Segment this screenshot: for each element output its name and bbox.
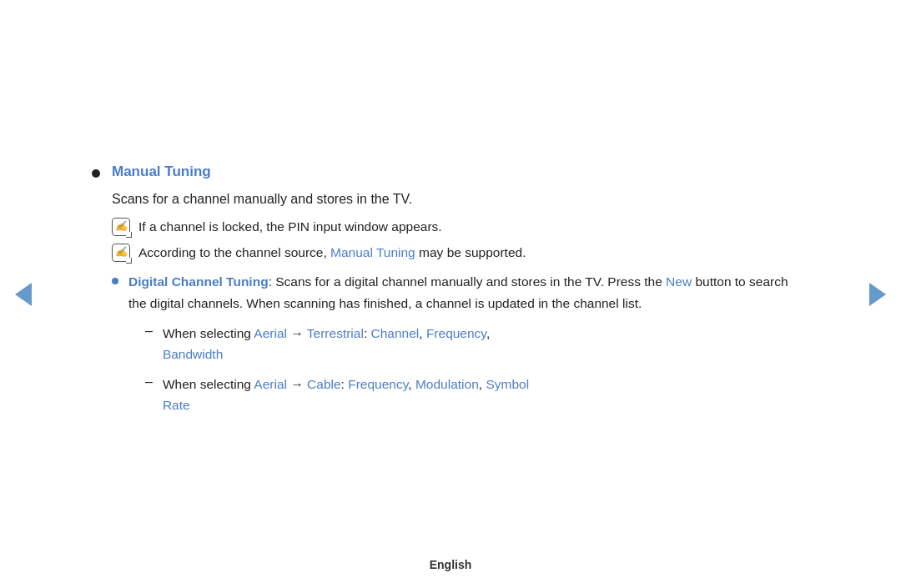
digital-channel-bullet: Digital Channel Tuning: Scans for a digi… xyxy=(112,271,809,314)
footer-language: English xyxy=(430,558,472,571)
dash-mark-2: – xyxy=(145,374,153,389)
note-icon-2: ✍ xyxy=(112,244,130,262)
channel-label: Channel xyxy=(371,326,420,340)
sub-bullet-dot xyxy=(112,278,118,284)
manual-tuning-link: Manual Tuning xyxy=(330,245,415,259)
frequency-label-2: Frequency xyxy=(348,377,408,391)
digital-channel-description: Digital Channel Tuning: Scans for a digi… xyxy=(128,271,809,314)
dash-text-cable: When selecting Aerial → Cable: Frequency… xyxy=(163,374,529,416)
dash-item-terrestrial: – When selecting Aerial → Terrestrial: C… xyxy=(145,323,809,365)
frequency-label-1: Frequency xyxy=(426,326,486,340)
nav-arrow-right[interactable] xyxy=(869,283,886,306)
terrestrial-label: Terrestrial xyxy=(307,326,364,340)
dash-text-terrestrial: When selecting Aerial → Terrestrial: Cha… xyxy=(163,323,490,365)
dash-list: – When selecting Aerial → Terrestrial: C… xyxy=(145,323,809,416)
note-text-1: If a channel is locked, the PIN input wi… xyxy=(138,217,442,238)
note-item-1: ✍ If a channel is locked, the PIN input … xyxy=(112,217,809,238)
dash-mark-1: – xyxy=(145,324,153,339)
sub-section: Digital Channel Tuning: Scans for a digi… xyxy=(112,271,809,415)
new-button-label: New xyxy=(666,274,692,289)
bandwidth-label: Bandwidth xyxy=(163,347,223,361)
cable-label: Cable xyxy=(307,377,341,391)
note-icon-1: ✍ xyxy=(112,218,130,236)
rate-label: Rate xyxy=(163,398,190,412)
aerial-label-1: Aerial xyxy=(254,326,287,340)
manual-tuning-title: Manual Tuning xyxy=(112,163,211,180)
aerial-label-2: Aerial xyxy=(254,377,287,391)
main-bullet-dot xyxy=(92,169,100,178)
page-container: Manual Tuning Scans for a channel manual… xyxy=(0,0,901,588)
content-area: Manual Tuning Scans for a channel manual… xyxy=(75,138,826,450)
main-section-bullet: Manual Tuning xyxy=(92,163,809,180)
symbol-label: Symbol xyxy=(486,377,529,391)
nav-arrow-left[interactable] xyxy=(15,283,32,306)
dash-item-cable: – When selecting Aerial → Cable: Frequen… xyxy=(145,374,809,416)
note-item-2: ✍ According to the channel source, Manua… xyxy=(112,243,809,264)
digital-channel-title: Digital Channel Tuning xyxy=(128,274,269,289)
modulation-label: Modulation xyxy=(415,377,479,391)
manual-tuning-description: Scans for a channel manually and stores … xyxy=(112,188,809,210)
note-text-2: According to the channel source, Manual … xyxy=(138,243,526,264)
